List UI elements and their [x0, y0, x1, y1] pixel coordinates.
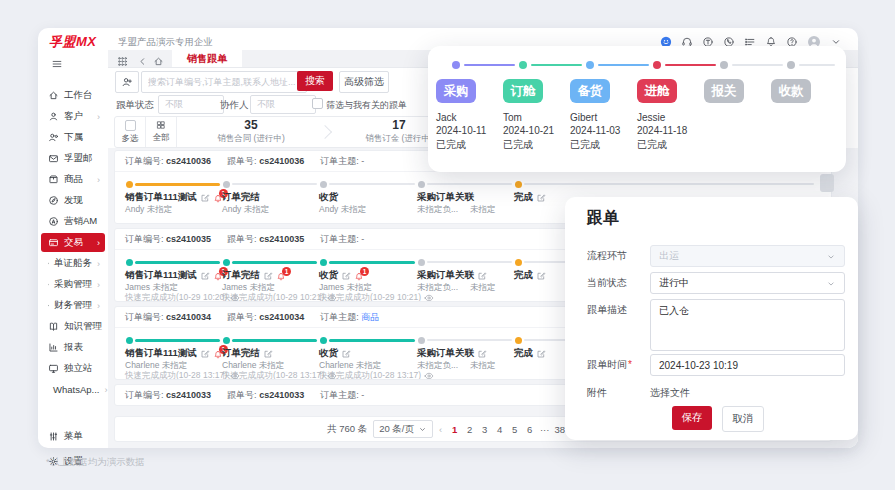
status-select[interactable]: 进行中 [650, 272, 845, 294]
multi-select-toggle[interactable]: 多选 [115, 117, 146, 147]
edit-icon[interactable] [263, 270, 273, 281]
page-···[interactable]: ··· [538, 422, 551, 437]
sidebar-item-am[interactable]: 营销AM [41, 212, 105, 231]
follow-status-select[interactable]: 不限 [158, 95, 224, 114]
edit-icon[interactable] [341, 348, 351, 359]
stage-select[interactable]: 出运 [650, 245, 845, 267]
flow-line [732, 64, 783, 66]
home-icon [48, 90, 59, 101]
edit-icon[interactable] [477, 270, 487, 281]
flow-stage-badge[interactable]: 订舱 [503, 79, 543, 103]
sidebar-collapse-button[interactable] [51, 54, 63, 72]
step-person: Andy 未指定 [222, 204, 269, 216]
monitor-icon [48, 363, 59, 374]
related-to-me-checkbox[interactable] [312, 98, 323, 109]
edit-icon[interactable] [477, 348, 487, 359]
reminder-bell-icon[interactable]: 1 [276, 271, 286, 281]
sidebar-item-compass[interactable]: 发现 [41, 191, 105, 210]
stat-value: 35 [244, 119, 257, 131]
chevron-right-icon: › [97, 112, 100, 122]
apps-grid-glyph [117, 56, 128, 67]
page-6[interactable]: 6 [523, 422, 536, 437]
flow-person: Gibert [570, 112, 597, 123]
order-subject-link[interactable]: 商品 [361, 312, 379, 322]
edit-icon[interactable] [263, 348, 273, 359]
sidebar-item-chart[interactable]: 报表 [41, 338, 105, 357]
total-count: 共 760 条 [327, 423, 367, 436]
multi-select-checkbox[interactable] [125, 120, 136, 131]
edit-glyph [477, 271, 487, 281]
view-icon[interactable] [424, 371, 434, 380]
view-icon[interactable] [424, 293, 434, 302]
sidebar-item-monitor[interactable]: 独立站 [41, 359, 105, 378]
edit-icon[interactable] [200, 348, 210, 359]
chevron-right-icon: › [97, 301, 100, 311]
flow-stage-badge[interactable]: 报关 [704, 79, 744, 103]
choose-file-link[interactable]: 选择文件 [650, 386, 690, 400]
sidebar-item-home[interactable]: 工作台 [41, 86, 105, 105]
follow-status-label: 跟单状态 [116, 99, 154, 112]
save-button[interactable]: 保存 [672, 406, 712, 430]
edit-glyph [200, 271, 210, 281]
page-4[interactable]: 4 [493, 422, 506, 437]
description-textarea[interactable]: 已入仓 [650, 299, 845, 351]
sidebar-item-doc[interactable]: 单证船务› [41, 254, 105, 273]
order-subject: - [361, 234, 364, 244]
reminder-bell-icon[interactable]: 1 [354, 271, 364, 281]
flow-stage-badge[interactable]: 采购 [436, 79, 476, 103]
order-no-link[interactable]: cs2410036 [166, 156, 211, 166]
tab-sales-follow[interactable]: 销售跟单 [172, 50, 242, 67]
page-1[interactable]: 1 [448, 422, 461, 437]
page-size-select[interactable]: 20 条/页 [373, 420, 433, 438]
edit-icon[interactable] [536, 192, 546, 203]
step-line [232, 261, 317, 264]
cancel-button[interactable]: 取消 [722, 406, 764, 432]
search-button[interactable]: 搜索 [297, 71, 333, 91]
page-5[interactable]: 5 [508, 422, 521, 437]
sidebar-item-box[interactable]: 商品› [41, 170, 105, 189]
flow-date: 2024-11-03 [570, 125, 620, 136]
box-icon [48, 174, 59, 185]
order-no-link[interactable]: cs2410034 [166, 312, 211, 322]
step-dot [320, 337, 327, 344]
advanced-filter-button[interactable]: 高级筛选 [339, 71, 389, 93]
home-icon[interactable] [153, 52, 164, 70]
edit-glyph [536, 349, 546, 359]
flow-person: Jack [436, 112, 457, 123]
page-2[interactable]: 2 [463, 422, 476, 437]
edit-icon[interactable] [341, 270, 351, 281]
step-dot [126, 259, 133, 266]
step-line [232, 183, 317, 185]
sidebar-item-card[interactable]: 交易› [41, 233, 105, 252]
sidebar-item-coin[interactable]: 财务管理› [41, 296, 105, 315]
sidebar-item-cart[interactable]: 采购管理› [41, 275, 105, 294]
show-all-toggle[interactable]: 全部 [146, 117, 177, 147]
stat-card-0[interactable]: 35 销售合同 (进行中) [177, 117, 325, 147]
edit-icon[interactable] [536, 270, 546, 281]
page-3[interactable]: 3 [478, 422, 491, 437]
flow-stage-badge[interactable]: 备货 [570, 79, 610, 103]
mail-icon [48, 153, 59, 164]
back-icon[interactable] [137, 52, 148, 70]
scrollbar-thumb[interactable] [820, 174, 834, 192]
sidebar-item-mail[interactable]: 孚盟邮 [41, 149, 105, 168]
sidebar-item-org[interactable]: 下属 [41, 128, 105, 147]
step-dot [418, 259, 425, 266]
order-no-link[interactable]: cs2410035 [166, 234, 211, 244]
edit-icon[interactable] [536, 348, 546, 359]
search-input[interactable]: 搜索订单编号,订单主题,联系人地址... [141, 71, 307, 93]
sidebar-item-book[interactable]: 知识管理 [41, 317, 105, 336]
order-no-link[interactable]: cs2410033 [166, 390, 211, 400]
add-contact-button[interactable] [115, 71, 139, 93]
collaborator-select[interactable]: 不限 [250, 95, 316, 114]
sidebar-item-whatsapp[interactable]: WhatsAp...› [41, 380, 105, 399]
prev-page-icon[interactable]: ‹ [439, 424, 442, 435]
edit-icon[interactable] [200, 270, 210, 281]
apps-grid-icon[interactable] [117, 52, 128, 70]
sidebar-item-user[interactable]: 客户› [41, 107, 105, 126]
flow-stage-badge[interactable]: 进舱 [637, 79, 677, 103]
edit-icon[interactable] [200, 192, 210, 203]
follow-time-input[interactable]: 2024-10-23 10:19 [650, 354, 845, 376]
flow-stage-badge[interactable]: 收款 [771, 79, 811, 103]
sidebar-item-sliders[interactable]: 菜单 [41, 427, 105, 446]
